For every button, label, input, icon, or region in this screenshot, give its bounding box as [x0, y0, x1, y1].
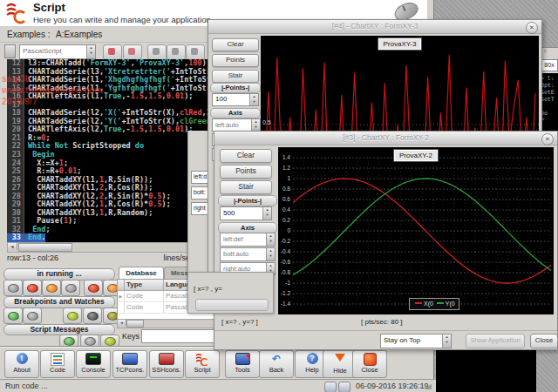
- scrollbar-thumb[interactable]: [18, 243, 72, 252]
- stepper-arrows-icon[interactable]: ▲▼: [249, 94, 258, 105]
- y-axis-tick-label: 0.5: [262, 119, 271, 125]
- debug-run-button[interactable]: [3, 280, 23, 296]
- stop-mark-icon: [108, 48, 115, 55]
- svg-text:1.4: 1.4: [282, 154, 290, 160]
- tab-database[interactable]: Database: [119, 267, 164, 280]
- chart-title: ProvaXY-3: [378, 38, 422, 50]
- debug-step-button[interactable]: [61, 280, 80, 296]
- window-bottom-bar: Stay on Top ▲▼ Show Application Close: [214, 330, 557, 350]
- chartxy-formxy1-window-corner: [ x=? , y=: [187, 272, 274, 314]
- page-subtitle: Here you can write and manage your appli…: [33, 15, 220, 24]
- status-sound-icon[interactable]: [324, 382, 337, 392]
- watch-add-button[interactable]: [63, 308, 82, 324]
- toolbar-save-button[interactable]: [147, 44, 167, 60]
- delete-mark-icon: [128, 48, 135, 55]
- tools-button[interactable]: Tools: [225, 350, 260, 378]
- terminal-line: Do: [541, 110, 558, 117]
- scrollbar-thumb[interactable]: [126, 320, 144, 328]
- combo-spinner-icon[interactable]: ▲▼: [86, 45, 95, 58]
- about-button[interactable]: ! About: [4, 350, 39, 378]
- svg-text:-0.6: -0.6: [281, 259, 291, 265]
- show-application-button-fragment[interactable]: [195, 299, 269, 311]
- examples-path[interactable]: A:Examples: [56, 30, 102, 39]
- close-window-button[interactable]: Close: [530, 334, 558, 348]
- tcpcons-button[interactable]: TCPcons.: [112, 350, 147, 378]
- grid-horizontal-scrollbar[interactable]: ◂: [117, 319, 216, 328]
- svg-text:-0.4: -0.4: [281, 248, 291, 254]
- script-messages-header: Script Messages: [3, 324, 115, 335]
- watch-remove-button[interactable]: [83, 308, 102, 324]
- points-per-sec-status: [ pts/sec: 80 ]: [361, 318, 403, 326]
- tcp-console-icon: [122, 353, 138, 365]
- terminal-line: SetE: [541, 89, 558, 96]
- load-mark-icon: [172, 48, 179, 55]
- scroll-left-icon[interactable]: ◂: [8, 243, 17, 250]
- points-button[interactable]: Points: [220, 165, 272, 179]
- axis-left-select[interactable]: left:auto▲▼: [212, 118, 261, 132]
- chart-plot-provaxy2: 1.41.210.80.60.40.20-0.2-0.4-0.6-0.8-1-1…: [278, 147, 554, 314]
- info-icon: !: [17, 353, 28, 364]
- breakpoint-add-button[interactable]: [3, 308, 23, 324]
- stair-button[interactable]: Stair: [212, 70, 259, 83]
- breakpoint-remove-button[interactable]: [23, 308, 42, 324]
- toolbar-delete-script-button[interactable]: [123, 44, 142, 60]
- svg-text:0.2: 0.2: [282, 217, 290, 223]
- script-logo-icon: [4, 2, 29, 24]
- console-button[interactable]: Console: [76, 350, 111, 378]
- sshcons-button[interactable]: SSHcons.: [149, 350, 184, 378]
- red-series-dash-icon: [415, 302, 422, 304]
- script-button[interactable]: Script: [185, 350, 220, 378]
- page-title: Script: [33, 1, 65, 14]
- status-user-icon[interactable]: [338, 382, 350, 392]
- clear-button[interactable]: Clear: [220, 149, 272, 163]
- chartxy-formxy2-window: [#3] - ChartXY : FormXY-2 ✕ Clear Points…: [214, 131, 558, 350]
- messages-refresh-button[interactable]: [59, 335, 78, 348]
- breakpoints-group-header: Breakpoints and Watches: [3, 296, 115, 308]
- debug-stop-button[interactable]: [23, 280, 42, 296]
- stepper-arrows-icon[interactable]: ▲▼: [262, 207, 271, 220]
- column-type[interactable]: Type: [125, 280, 164, 291]
- debug-kill-button[interactable]: [84, 280, 103, 296]
- back-button[interactable]: ↶ Back: [259, 350, 294, 378]
- keys-input[interactable]: [141, 329, 216, 343]
- keys-label: Keys: [122, 332, 140, 341]
- toolbar-stop-script-button[interactable]: [103, 44, 122, 60]
- bug-icon: [88, 284, 99, 293]
- titlebar[interactable]: [#4] - ChartXY : FormXY-3 ✕: [208, 20, 541, 34]
- titlebar[interactable]: [#3] - ChartXY : FormXY-2 ✕: [214, 132, 557, 145]
- code-button[interactable]: Code: [40, 350, 75, 378]
- stay-on-top-select[interactable]: Stay on Top ▲▼: [380, 334, 452, 348]
- terminal-line: P: [541, 117, 558, 124]
- scroll-left-icon[interactable]: ◂: [118, 320, 126, 326]
- resize-grip-icon[interactable]: ◢: [425, 382, 432, 390]
- svg-text:-0.8: -0.8: [281, 269, 291, 275]
- chart-legend: X(0 Y(0: [409, 298, 459, 310]
- axis-bottom-select[interactable]: bott:auto▲▼: [220, 247, 276, 261]
- terminal-size-button[interactable]: 80x: [541, 59, 558, 71]
- sine-cosine-plot: 1.41.210.80.60.40.20-0.2-0.4-0.6-0.8-1-1…: [278, 147, 554, 314]
- points-button[interactable]: Points: [212, 54, 259, 67]
- svg-text:0.4: 0.4: [282, 206, 290, 213]
- ssh-console-icon: [159, 353, 174, 365]
- debug-pause-button[interactable]: [42, 280, 61, 296]
- bug-icon: [46, 284, 58, 293]
- new-file-icon[interactable]: [4, 44, 16, 58]
- clear-button[interactable]: Clear: [212, 38, 259, 51]
- close-icon[interactable]: ✕: [541, 133, 554, 145]
- points-count-stepper[interactable]: 500 ▲▼: [220, 206, 272, 220]
- toolbox-icon: [235, 353, 250, 365]
- toolbar-load-button[interactable]: [167, 44, 186, 60]
- stair-button[interactable]: Stair: [220, 180, 272, 194]
- bug-icon: [27, 284, 38, 293]
- clock: 06-09-2016 19:26:19: [356, 382, 429, 390]
- messages-cursor-button[interactable]: [80, 335, 99, 348]
- axis-left-select[interactable]: left:def▲▼: [220, 233, 276, 247]
- points-count-stepper[interactable]: 100 ▲▼: [212, 93, 259, 106]
- close-button[interactable]: Close: [352, 350, 387, 378]
- show-application-button[interactable]: Show Application: [466, 334, 525, 348]
- close-icon[interactable]: ✕: [526, 22, 538, 34]
- toolbar-copy-button[interactable]: [186, 44, 205, 60]
- green-series-dash-icon: [437, 302, 444, 304]
- messages-window-button[interactable]: [100, 335, 119, 348]
- language-select[interactable]: PascalScript ▲▼: [19, 44, 96, 59]
